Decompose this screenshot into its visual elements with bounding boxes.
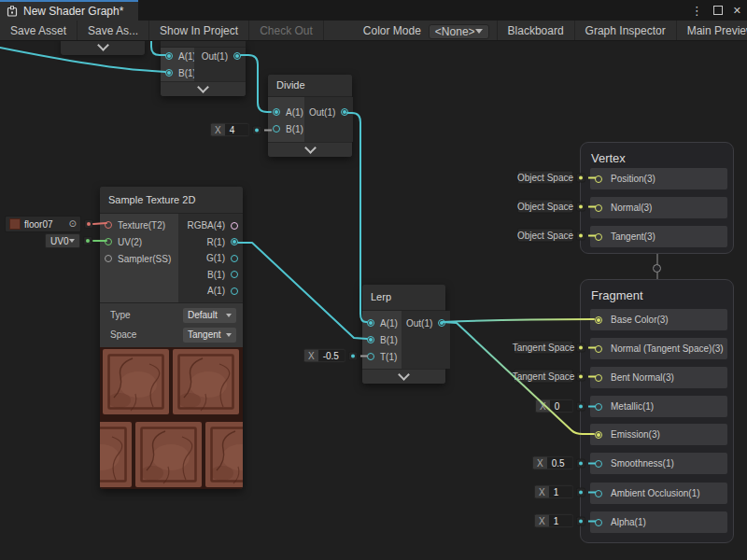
node-collapse-bar[interactable]	[161, 81, 246, 96]
check-out-button[interactable]: Check Out	[249, 21, 324, 40]
tangent-port[interactable]	[595, 233, 602, 241]
node-collapse-bar[interactable]	[268, 142, 352, 157]
port-a-in[interactable]	[165, 52, 173, 60]
metallic-port[interactable]	[595, 403, 602, 411]
main-preview-toggle-button[interactable]: Main Preview	[676, 21, 747, 40]
alpha-value-field[interactable]: X 1	[534, 514, 573, 528]
show-in-project-button[interactable]: Show In Project	[149, 21, 249, 40]
inline-port-box[interactable]	[252, 125, 261, 134]
ambient-occlusion-value-field[interactable]: X 1	[534, 485, 573, 499]
normal-ts-port[interactable]	[595, 345, 602, 353]
sample-texture-2d-node[interactable]: Sample Texture 2D Texture(T2) UV(2) Samp…	[100, 187, 243, 489]
inline-port-box[interactable]	[576, 371, 585, 381]
port-out[interactable]	[233, 52, 241, 60]
type-dropdown[interactable]: Default	[183, 308, 236, 323]
fragment-row-alpha[interactable]: Alpha(1)	[590, 511, 727, 533]
inline-port-box[interactable]	[576, 401, 585, 411]
lerp-port-t[interactable]	[367, 353, 374, 360]
inline-port-box[interactable]	[576, 487, 585, 497]
divide-port-out[interactable]	[341, 108, 348, 116]
graph-inspector-toggle-button[interactable]: Graph Inspector	[574, 21, 676, 40]
x-value[interactable]: -0.5	[318, 350, 345, 362]
close-icon[interactable]: ✕	[733, 6, 741, 16]
x-value[interactable]: 4	[225, 124, 248, 136]
x-value[interactable]: 0.5	[547, 457, 572, 469]
uv-channel-dropdown[interactable]: UV0	[45, 233, 80, 248]
object-picker-icon[interactable]: ⊙	[69, 219, 77, 229]
inline-port-box[interactable]	[576, 231, 585, 240]
ambient-occlusion-port[interactable]	[595, 490, 602, 497]
inline-port-box[interactable]	[576, 173, 585, 182]
collapsed-node[interactable]	[61, 39, 145, 55]
position-port[interactable]	[595, 175, 602, 183]
alpha-port[interactable]	[595, 519, 602, 526]
sample-port-a[interactable]	[231, 287, 238, 295]
color-mode-dropdown[interactable]: <None>	[429, 24, 489, 39]
more-icon[interactable]: ⋮	[691, 5, 703, 17]
vertex-block[interactable]: Vertex Position(3) Normal(3) Tangent(3)	[580, 142, 734, 254]
fragment-row-normal-ts[interactable]: Normal (Tangent Space)(3)	[590, 338, 727, 359]
fragment-row-base-color[interactable]: Base Color(3)	[590, 309, 727, 330]
space-tag[interactable]: Object Space	[517, 200, 573, 214]
smoothness-port[interactable]	[595, 460, 602, 468]
fragment-row-bent-normal[interactable]: Bent Normal(3)	[590, 367, 727, 388]
math-node-partial[interactable]: A(1) B(1) Out(1)	[161, 41, 246, 96]
inline-port-box[interactable]	[576, 458, 585, 468]
space-dropdown[interactable]: Tangent	[183, 328, 236, 343]
fragment-row-ambient-occlusion[interactable]: Ambient Occlusion(1)	[590, 483, 727, 504]
divide-node[interactable]: Divide A(1) B(1) Out(1)	[268, 75, 352, 157]
x-value[interactable]: 0	[550, 400, 572, 413]
inline-port-box[interactable]	[84, 219, 93, 229]
base-color-port[interactable]	[595, 316, 602, 324]
fragment-row-smoothness[interactable]: Smoothness(1)	[590, 453, 727, 474]
lerp-node[interactable]: Lerp A(1) B(1) T(1) Out(1)	[362, 285, 445, 384]
sample-port-rgba[interactable]	[231, 222, 238, 230]
space-tag[interactable]: Tangent Space	[514, 341, 573, 355]
emission-port[interactable]	[595, 431, 602, 439]
space-tag[interactable]: Tangent Space	[514, 370, 573, 384]
tab-new-shader-graph[interactable]: New Shader Graph*	[0, 0, 138, 21]
edge-sample-r-to-lerp-b[interactable]	[238, 243, 367, 339]
x-value[interactable]: 1	[549, 486, 572, 498]
bent-normal-port[interactable]	[595, 374, 602, 382]
sample-port-texture[interactable]	[105, 221, 112, 229]
lerp-t-value-field[interactable]: X -0.5	[303, 349, 345, 363]
space-tag[interactable]: Object Space	[517, 229, 573, 243]
divide-port-b[interactable]	[273, 125, 280, 133]
divide-b-value-field[interactable]: X 4	[210, 123, 249, 137]
edge-lerp-out-to-base-color[interactable]	[443, 319, 594, 322]
x-value[interactable]: 1	[549, 515, 572, 527]
vertex-row-tangent[interactable]: Tangent(3)	[590, 226, 727, 247]
maximize-icon[interactable]	[713, 6, 723, 15]
lerp-port-out[interactable]	[438, 319, 445, 327]
fragment-row-emission[interactable]: Emission(3)	[590, 424, 727, 445]
fragment-row-metallic[interactable]: Metallic(1)	[590, 396, 727, 417]
metallic-value-field[interactable]: X 0	[535, 399, 573, 413]
sample-port-uv[interactable]	[105, 238, 112, 245]
save-asset-button[interactable]: Save Asset	[0, 21, 78, 40]
texture-object-field[interactable]: floor07 ⊙	[5, 216, 81, 232]
sample-port-b[interactable]	[231, 271, 238, 278]
port-b-in[interactable]	[165, 69, 173, 77]
inline-port-box[interactable]	[576, 516, 585, 525]
inline-port-box[interactable]	[576, 343, 585, 352]
lerp-port-a[interactable]	[367, 319, 374, 327]
sample-port-g[interactable]	[231, 255, 238, 262]
normal-port[interactable]	[595, 204, 602, 212]
fragment-block[interactable]: Fragment Base Color(3) Normal (Tangent S…	[580, 279, 734, 543]
lerp-port-b[interactable]	[367, 336, 374, 343]
sample-port-sampler[interactable]	[105, 255, 112, 262]
sample-port-r[interactable]	[231, 238, 238, 245]
save-as-button[interactable]: Save As...	[78, 21, 149, 40]
blackboard-toggle-button[interactable]: Blackboard	[497, 21, 574, 40]
vertex-row-position[interactable]: Position(3)	[590, 168, 727, 189]
inline-port-box[interactable]	[576, 202, 585, 211]
inline-port-box[interactable]	[83, 236, 92, 245]
inline-port-box[interactable]	[348, 351, 358, 360]
node-collapse-bar[interactable]	[362, 369, 445, 384]
smoothness-value-field[interactable]: X 0.5	[532, 456, 573, 470]
vertex-row-normal[interactable]: Normal(3)	[590, 197, 727, 218]
divide-port-a[interactable]	[273, 108, 280, 116]
stack-connector-port[interactable]	[653, 264, 661, 273]
space-tag[interactable]: Object Space	[517, 171, 573, 185]
